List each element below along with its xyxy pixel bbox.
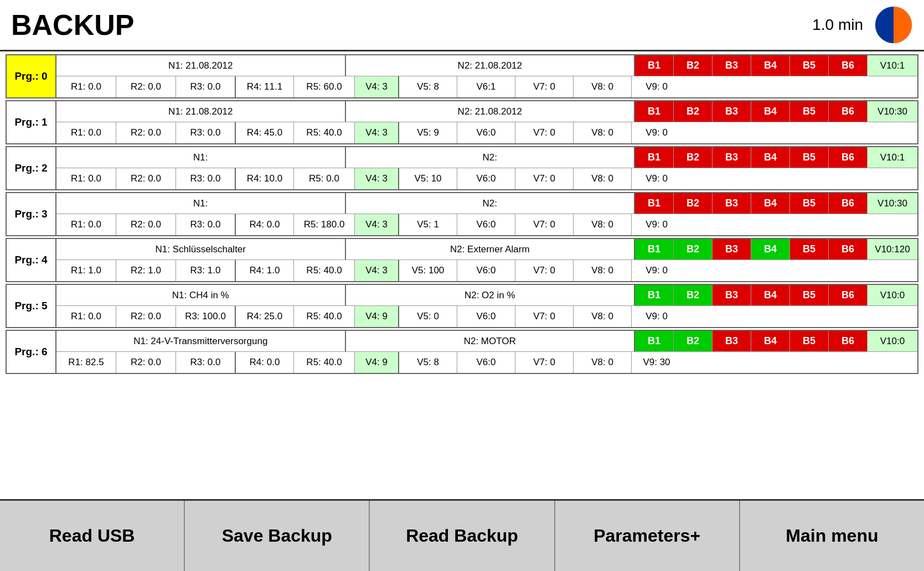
- bot-cell-6-5: V4: 9: [355, 352, 399, 373]
- b3-cell-0: B3: [713, 55, 751, 76]
- bot-cell-1-1: R2: 0.0: [116, 122, 176, 143]
- n1-cell-2: N1:: [56, 147, 346, 168]
- bot-cell-1-10: V9: 0: [632, 122, 682, 143]
- bot-cell-6-2: R3: 0.0: [176, 352, 236, 373]
- n2-cell-2: N2:: [346, 147, 636, 168]
- bot-cell-3-0: R1: 0.0: [56, 214, 116, 235]
- n1-cell-4: N1: Schlüsselschalter: [56, 239, 346, 259]
- n2-cell-1: N2: 21.08.2012: [346, 101, 636, 122]
- bot-cell-4-6: V5: 100: [399, 260, 457, 281]
- programs-container: Prg.: 0N1: 21.08.2012N2: 21.08.2012B1B2B…: [6, 54, 918, 374]
- b4-cell-4: B4: [751, 239, 790, 259]
- bot-cell-2-8: V7: 0: [515, 168, 574, 189]
- b4-cell-1: B4: [751, 101, 790, 122]
- bot-cell-0-5: V4: 3: [355, 76, 399, 97]
- bot-cell-5-4: R5: 40.0: [294, 306, 355, 327]
- b3-cell-4: B3: [713, 239, 751, 259]
- program-row-3: Prg.: 3N1:N2:B1B2B3B4B5B6V10:30R1: 0.0R2…: [6, 192, 918, 236]
- b3-cell-3: B3: [713, 193, 751, 214]
- n1-cell-1: N1: 21.08.2012: [56, 101, 346, 122]
- b6-cell-1: B6: [829, 101, 868, 122]
- v10-cell-3: V10:30: [868, 193, 917, 214]
- read-backup-button[interactable]: Read Backup: [370, 501, 555, 571]
- bot-cell-0-1: R2: 0.0: [116, 76, 176, 97]
- prog-label-5: Prg.: 5: [7, 285, 56, 327]
- bot-cell-5-9: V8: 0: [574, 306, 632, 327]
- bot-cell-6-6: V5: 8: [399, 352, 457, 373]
- bot-cell-1-4: R5: 40.0: [294, 122, 355, 143]
- v10-cell-1: V10:30: [868, 101, 917, 122]
- b5-cell-3: B5: [790, 193, 829, 214]
- header-time: 1.0 min: [812, 16, 863, 34]
- program-row-2: Prg.: 2N1:N2:B1B2B3B4B5B6V10:1R1: 0.0R2:…: [6, 146, 918, 190]
- b2-cell-5: B2: [674, 285, 713, 305]
- bot-cell-1-5: V4: 3: [355, 122, 399, 143]
- bot-cell-4-3: R4: 1.0: [236, 260, 294, 281]
- bot-cell-0-0: R1: 0.0: [56, 76, 116, 97]
- n2-cell-6: N2: MOTOR: [346, 331, 636, 351]
- b1-cell-5: B1: [635, 285, 674, 305]
- v10-cell-5: V10:0: [868, 285, 917, 305]
- bot-cell-2-4: R5: 0.0: [294, 168, 355, 189]
- parameters-button[interactable]: Parameters+: [555, 501, 740, 571]
- bot-cell-3-7: V6:0: [457, 214, 515, 235]
- b6-cell-3: B6: [829, 193, 868, 214]
- b6-cell-0: B6: [829, 55, 868, 76]
- b4-cell-3: B4: [751, 193, 790, 214]
- bot-cell-0-10: V9: 0: [632, 76, 682, 97]
- b4-cell-0: B4: [751, 55, 790, 76]
- logo-icon: [874, 6, 913, 44]
- bot-cell-5-7: V6:0: [457, 306, 515, 327]
- main-menu-button[interactable]: Main menu: [740, 501, 924, 571]
- bot-cell-1-0: R1: 0.0: [56, 122, 116, 143]
- b6-cell-4: B6: [829, 239, 868, 259]
- bot-cell-3-3: R4: 0.0: [236, 214, 294, 235]
- b5-cell-2: B5: [790, 147, 829, 168]
- b3-cell-6: B3: [713, 331, 751, 351]
- b1-cell-1: B1: [635, 101, 674, 122]
- v10-cell-6: V10:0: [868, 331, 917, 351]
- bot-cell-0-7: V6:1: [457, 76, 515, 97]
- b5-cell-0: B5: [790, 55, 829, 76]
- n1-cell-0: N1: 21.08.2012: [56, 55, 346, 76]
- bot-cell-3-10: V9: 0: [632, 214, 682, 235]
- b2-cell-6: B2: [674, 331, 713, 351]
- bot-cell-6-9: V8: 0: [574, 352, 632, 373]
- bot-cell-0-2: R3: 0.0: [176, 76, 236, 97]
- bot-cell-2-0: R1: 0.0: [56, 168, 116, 189]
- header: BACKUP 1.0 min: [0, 0, 924, 51]
- b6-cell-5: B6: [829, 285, 868, 305]
- bot-cell-5-8: V7: 0: [515, 306, 574, 327]
- bot-cell-5-1: R2: 0.0: [116, 306, 176, 327]
- b4-cell-2: B4: [751, 147, 790, 168]
- backup-page: BACKUP 1.0 min Prg.: 0N1: 21.08.2012N2: …: [0, 0, 924, 571]
- b1-cell-6: B1: [635, 331, 674, 351]
- bot-cell-3-8: V7: 0: [515, 214, 574, 235]
- prog-label-1: Prg.: 1: [7, 101, 56, 143]
- footer: Read USB Save Backup Read Backup Paramet…: [0, 499, 924, 571]
- bot-cell-4-0: R1: 1.0: [56, 260, 116, 281]
- save-backup-button[interactable]: Save Backup: [185, 501, 370, 571]
- n2-cell-0: N2: 21.08.2012: [346, 55, 636, 76]
- v10-cell-2: V10:1: [868, 147, 917, 168]
- bot-cell-4-7: V6:0: [457, 260, 515, 281]
- bot-cell-0-6: V5: 8: [399, 76, 457, 97]
- b2-cell-0: B2: [674, 55, 713, 76]
- bot-cell-2-1: R2: 0.0: [116, 168, 176, 189]
- bot-cell-4-9: V8: 0: [574, 260, 632, 281]
- b2-cell-2: B2: [674, 147, 713, 168]
- bot-cell-3-5: V4: 3: [355, 214, 399, 235]
- n1-cell-5: N1: CH4 in %: [56, 285, 346, 305]
- b5-cell-5: B5: [790, 285, 829, 305]
- b1-cell-3: B1: [635, 193, 674, 214]
- bot-cell-4-4: R5: 40.0: [294, 260, 355, 281]
- b2-cell-3: B2: [674, 193, 713, 214]
- bot-cell-4-1: R2: 1.0: [116, 260, 176, 281]
- bot-cell-2-3: R4: 10.0: [236, 168, 294, 189]
- program-row-4: Prg.: 4N1: SchlüsselschalterN2: Externer…: [6, 238, 918, 282]
- bot-cell-0-3: R4: 11.1: [236, 76, 294, 97]
- b2-cell-1: B2: [674, 101, 713, 122]
- read-usb-button[interactable]: Read USB: [0, 501, 185, 571]
- prog-label-2: Prg.: 2: [7, 147, 56, 189]
- b6-cell-2: B6: [829, 147, 868, 168]
